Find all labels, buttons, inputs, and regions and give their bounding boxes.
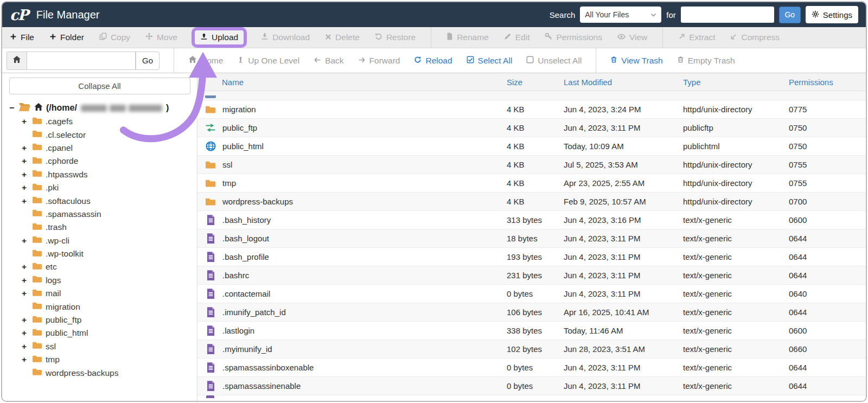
column-header-name[interactable]: Name — [197, 78, 507, 87]
file-name: .bash_profile — [222, 252, 269, 261]
restore-button[interactable]: Restore — [375, 33, 416, 42]
path-input[interactable] — [27, 52, 136, 70]
folder-button[interactable]: Folder — [49, 33, 84, 42]
tree-item[interactable]: .spamassassin — [2, 208, 197, 221]
tree-expand-toggle[interactable]: + — [22, 289, 29, 298]
table-row[interactable]: wordpress-backups 4 KB Feb 9, 2025, 10:5… — [197, 193, 866, 211]
tree-expand-toggle[interactable]: + — [22, 196, 29, 206]
column-header-type[interactable]: Type — [683, 78, 789, 87]
table-row[interactable]: .contactemail 0 bytes Jun 4, 2023, 3:11 … — [197, 285, 866, 303]
tree-expand-toggle[interactable]: + — [22, 262, 29, 272]
tree-item[interactable]: + logs — [2, 274, 197, 287]
search-scope-value: All Your Files — [585, 10, 629, 19]
file-button[interactable]: File — [10, 33, 34, 42]
tree-item[interactable]: + .htpasswds — [2, 168, 197, 181]
tree-item[interactable]: + .softaculous — [2, 194, 197, 207]
upload-button[interactable]: Upload — [200, 33, 238, 42]
table-row[interactable]: .myimunify_id 102 bytes Jun 28, 2023, 3:… — [197, 340, 866, 359]
tree-expand-toggle[interactable]: + — [22, 315, 29, 325]
folder-icon — [32, 315, 42, 325]
tree-item[interactable]: + tmp — [2, 353, 197, 366]
delete-button[interactable]: Delete — [325, 33, 360, 42]
tree-item[interactable]: + public_html — [2, 327, 197, 340]
up-one-level-button[interactable]: Up One Level — [237, 56, 299, 66]
tree-item[interactable]: + ssl — [2, 340, 197, 353]
download-button[interactable]: Download — [261, 33, 310, 42]
search-input[interactable] — [681, 7, 774, 23]
tree-expand-toggle[interactable]: + — [22, 276, 29, 285]
tree-root-home[interactable]: − (/home/ ) — [2, 101, 197, 115]
forward-button[interactable]: Forward — [358, 56, 400, 66]
column-header-permissions[interactable]: Permissions — [789, 78, 866, 87]
search-scope-select[interactable]: All Your Files — [580, 7, 661, 23]
table-row[interactable]: migration 4 KB Jun 4, 2023, 3:24 PM http… — [197, 100, 866, 119]
tree-item[interactable]: + .cphorde — [2, 155, 197, 168]
table-row[interactable]: public_html 4 KB Today, 10:09 AM publich… — [197, 137, 866, 156]
tree-item[interactable]: wordpress-backups — [2, 366, 197, 379]
tree-item[interactable]: + public_ftp — [2, 314, 197, 327]
table-row[interactable]: .spamassassinenable 0 bytes Jun 4, 2023,… — [197, 377, 866, 395]
tree-item[interactable]: + mail — [2, 287, 197, 300]
file-size: 102 bytes — [507, 344, 564, 354]
tree-expand-toggle[interactable]: + — [22, 355, 29, 364]
file-name-cell: .lastlogin — [197, 325, 507, 336]
edit-button[interactable]: Edit — [504, 33, 530, 42]
home-button[interactable]: Home — [188, 55, 223, 66]
settings-button[interactable]: Settings — [806, 6, 858, 23]
view-button[interactable]: View — [617, 33, 647, 42]
move-button[interactable]: Move — [145, 33, 177, 42]
table-row[interactable]: .bash_profile 193 bytes Jun 4, 2023, 3:1… — [197, 248, 866, 266]
tree-expand-toggle[interactable]: + — [22, 156, 29, 166]
tree-item[interactable]: + .pki — [2, 181, 197, 194]
compress-button[interactable]: Compress — [730, 33, 780, 42]
file-type-icon — [205, 307, 216, 318]
tree-item[interactable]: + .cpanel — [2, 142, 197, 155]
table-row[interactable]: .imunify_patch_id 106 bytes Apr 16, 2025… — [197, 303, 866, 322]
tree-expand-toggle[interactable]: + — [22, 183, 29, 193]
empty-trash-button[interactable]: Empty Trash — [677, 56, 735, 66]
tree-expand-toggle[interactable]: + — [22, 342, 29, 351]
tree-expand-toggle[interactable]: + — [22, 170, 29, 180]
tree-item[interactable]: migration — [2, 300, 197, 313]
tree-expand-toggle[interactable]: + — [22, 117, 29, 126]
view-trash-button[interactable]: View Trash — [610, 56, 662, 66]
extract-button[interactable]: Extract — [678, 33, 715, 42]
file-permissions: 0600 — [789, 326, 866, 335]
collapse-all-button[interactable]: Collapse All — [9, 78, 190, 94]
file-type: text/x-generic — [683, 363, 789, 372]
column-header-last-modified[interactable]: Last Modified — [564, 78, 683, 87]
reload-button[interactable]: Reload — [414, 56, 452, 66]
copy-button[interactable]: Copy — [99, 33, 130, 42]
tree-item[interactable]: + etc — [2, 260, 197, 273]
tree-item[interactable]: .trash — [2, 221, 197, 234]
table-row[interactable]: .bashrc 231 bytes Jun 4, 2023, 3:11 PM t… — [197, 266, 866, 285]
table-row[interactable]: tmp 4 KB Apr 23, 2025, 2:55 AM httpd/uni… — [197, 174, 866, 193]
tree-item[interactable]: .cl.selector — [2, 128, 197, 141]
file-name-cell: .bash_history — [197, 215, 507, 226]
column-header-size[interactable]: Size — [507, 78, 564, 87]
tree-collapse-toggle[interactable]: − — [9, 103, 16, 113]
table-row[interactable]: .bash_history 313 bytes Jun 4, 2023, 3:1… — [197, 211, 866, 229]
tree-item[interactable]: .wp-toolkit — [2, 247, 197, 260]
select-all-button[interactable]: Select All — [467, 56, 513, 66]
unselect-all-button[interactable]: Unselect All — [526, 56, 582, 66]
file-permissions: 0644 — [789, 363, 866, 372]
rename-button[interactable]: Rename — [446, 33, 489, 42]
table-row[interactable]: public_ftp 4 KB Jun 4, 2023, 3:11 PM pub… — [197, 119, 866, 137]
tree-item[interactable]: + .wp-cli — [2, 234, 197, 247]
permissions-button[interactable]: Permissions — [545, 33, 602, 42]
tree-expand-toggle[interactable]: + — [22, 143, 29, 153]
file-type: text/x-generic — [683, 344, 789, 354]
search-go-button[interactable]: Go — [779, 7, 801, 23]
table-row[interactable]: ssl 4 KB Jul 5, 2025, 3:53 AM httpd/unix… — [197, 156, 866, 174]
table-row[interactable]: .lastlogin 338 bytes Today, 11:46 AM tex… — [197, 322, 866, 340]
table-row[interactable]: .bash_logout 18 bytes Jun 4, 2023, 3:11 … — [197, 229, 866, 248]
home-path-button[interactable] — [7, 52, 27, 70]
tree-expand-toggle[interactable]: + — [22, 236, 29, 246]
file-last-modified: Jun 4, 2023, 3:11 PM — [564, 381, 683, 391]
tree-expand-toggle[interactable]: + — [22, 328, 29, 338]
table-row[interactable]: .spamassassinboxenable 0 bytes Jun 4, 20… — [197, 359, 866, 377]
path-go-button[interactable]: Go — [136, 52, 159, 70]
tree-item[interactable]: + .cagefs — [2, 115, 197, 128]
back-button[interactable]: Back — [314, 56, 343, 66]
